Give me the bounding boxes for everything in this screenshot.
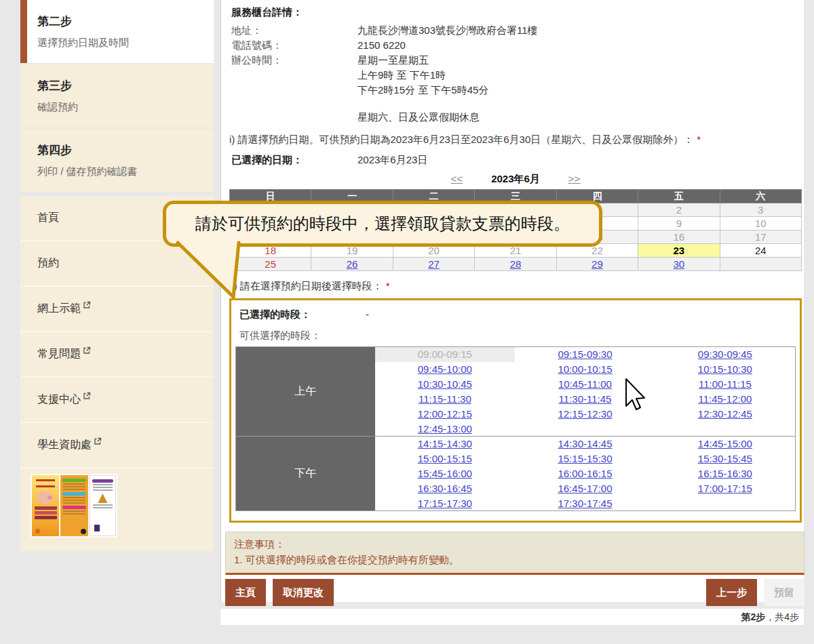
external-link-icon <box>83 346 91 355</box>
sidebar-item-label: 常見問題 <box>37 347 81 361</box>
timeslot-link[interactable]: 09:30-09:45 <box>698 348 752 360</box>
timeslot-cell: 10:15-10:30 <box>655 362 796 377</box>
timeslot-link[interactable]: 12:30-12:45 <box>698 408 752 420</box>
timeslot-cell: 09:45-10:00 <box>375 362 516 377</box>
timeslot-link[interactable]: 12:00-12:15 <box>418 408 472 420</box>
timeslot-cell: 15:45-16:00 <box>375 466 516 481</box>
calendar-day-link[interactable]: 30 <box>673 258 684 270</box>
timeslot-cell: 17:30-17:45 <box>515 496 655 511</box>
back-button[interactable]: 上一步 <box>706 579 757 606</box>
calendar-day: 29 <box>556 258 638 271</box>
selected-date-row: 已選擇的日期： 2023年6月23日 <box>231 154 804 167</box>
sidebar-item-label: 學生資助處 <box>37 438 92 452</box>
figure-graphic <box>94 525 100 531</box>
logo-graphic <box>35 529 40 534</box>
timeslot-link[interactable]: 12:15-12:30 <box>558 408 612 420</box>
timeslot-link[interactable]: 14:30-14:45 <box>558 438 612 449</box>
timeslot-link[interactable]: 17:00-17:15 <box>698 483 752 494</box>
timeslot-cell: 12:30-12:45 <box>655 407 796 422</box>
timeslot-link[interactable]: 10:15-10:30 <box>698 363 752 375</box>
sidebar-item-label: 首頁 <box>37 211 59 225</box>
detail-row: 電話號碼：2150 6220 <box>231 38 804 53</box>
timeslot-link[interactable]: 09:15-09:30 <box>558 348 612 360</box>
timeslot-link[interactable]: 15:30-15:45 <box>698 453 752 464</box>
timeslot-link[interactable]: 15:15-15:30 <box>558 453 612 464</box>
timeslot-link[interactable]: 14:15-14:30 <box>418 438 472 449</box>
timeslot-link[interactable]: 11:00-11:15 <box>699 378 752 390</box>
timeslot-link[interactable]: 15:00-15:15 <box>418 453 472 464</box>
timeslot-link[interactable]: 10:45-11:00 <box>558 378 612 390</box>
banner-block <box>20 468 214 551</box>
sidebar-item[interactable]: 支援中心 <box>20 378 214 423</box>
timeslot-table: 上午09:00-09:1509:15-09:3009:30-09:4509:45… <box>235 346 796 511</box>
step-subtitle: 列印 / 儲存預約確認書 <box>37 165 204 178</box>
leaflet-panel-piggy <box>32 475 59 536</box>
cancel-changes-button[interactable]: 取消更改 <box>273 579 334 606</box>
calendar-day: 28 <box>475 258 556 271</box>
calendar-day-link[interactable]: 28 <box>510 258 522 270</box>
sidebar-item[interactable]: 學生資助處 <box>20 423 214 468</box>
timeslot-link[interactable]: 11:30-11:45 <box>559 393 612 405</box>
external-link-icon <box>94 437 102 445</box>
sidebar-item-label: 支援中心 <box>37 393 81 407</box>
calendar-prev-link[interactable]: << <box>451 173 463 184</box>
timeslot-cell: 14:15-14:30 <box>375 437 516 451</box>
step-item-2: 第二步選擇預約日期及時間 <box>20 0 214 63</box>
timeslot-link[interactable]: 16:30-16:45 <box>418 483 472 494</box>
step-subtitle: 確認預約 <box>37 101 204 114</box>
timeslot-link[interactable]: 10:00-10:15 <box>558 363 612 375</box>
calendar-next-link[interactable]: >> <box>568 173 581 184</box>
timeslot-section: 已選擇的時段： - 可供選擇的時段： 上午09:00-09:1509:15-09… <box>229 298 802 523</box>
leaflet-banner[interactable] <box>31 474 117 538</box>
button-bar-spacer <box>341 579 699 606</box>
sidebar-item[interactable]: 常見問題 <box>20 332 214 378</box>
step-title: 第二步 <box>37 14 204 29</box>
timeslot-link[interactable]: 16:15-16:30 <box>698 468 752 479</box>
timeslot-cell: 09:30-09:45 <box>655 347 796 362</box>
step-subtitle: 選擇預約日期及時間 <box>37 37 204 49</box>
scale-graphic <box>98 494 107 503</box>
tooltip-tail <box>168 239 250 301</box>
calendar-day-link[interactable]: 29 <box>592 258 603 270</box>
timeslot-link[interactable]: 12:45-13:00 <box>418 423 472 435</box>
timeslot-cell: 09:15-09:30 <box>515 347 655 362</box>
timeslot-link[interactable]: 11:45-12:00 <box>698 393 752 405</box>
detail-value: 2150 6220 <box>357 38 406 53</box>
calendar-day: 17 <box>720 230 801 244</box>
timeslot-empty <box>655 422 796 437</box>
leaflet-panel-middle <box>60 475 88 536</box>
timeslot-cell: 10:30-10:45 <box>375 377 516 392</box>
calendar-day-link[interactable]: 27 <box>428 258 440 270</box>
calendar-day-link[interactable]: 26 <box>347 258 358 270</box>
calendar-day <box>720 258 801 271</box>
calendar-day: 3 <box>720 203 801 217</box>
timeslot-link[interactable]: 17:30-17:45 <box>558 498 612 509</box>
timeslot-cell: 12:45-13:00 <box>375 422 516 437</box>
timeslot-link[interactable]: 11:15-11:30 <box>419 393 471 405</box>
timeslot-cell: 11:45-12:00 <box>655 392 796 407</box>
timeslot-link[interactable]: 15:45-16:00 <box>418 468 472 479</box>
timeslot-cell: 14:45-15:00 <box>655 437 796 451</box>
timeslot-cell: 14:30-14:45 <box>515 437 655 451</box>
calendar-month-label: 2023年6月 <box>491 173 540 184</box>
selected-time-row: 已選擇的時段： - <box>239 308 796 321</box>
calendar-day: 16 <box>638 230 720 244</box>
timeslot-link[interactable]: 16:00-16:15 <box>558 468 612 479</box>
notes-item: 1. 可供選擇的時段或會在你提交預約時有所變動。 <box>234 552 796 567</box>
timeslot-link[interactable]: 09:45-10:00 <box>418 363 472 375</box>
timeslot-link[interactable]: 10:30-10:45 <box>418 378 472 390</box>
sidebar-item-label: 網上示範 <box>37 302 81 316</box>
timeslot-link[interactable]: 17:15-17:30 <box>418 498 472 509</box>
detail-label: 地址： <box>231 23 357 38</box>
calendar-day: 30 <box>638 258 720 271</box>
timeslot-link[interactable]: 16:45-17:00 <box>558 483 612 494</box>
counter-details-heading: 服務櫃台詳情： <box>231 6 804 19</box>
calendar-day-selected: 23 <box>638 244 720 258</box>
timeslot-link[interactable]: 14:45-15:00 <box>698 438 752 449</box>
step-item-4: 第四步列印 / 儲存預約確認書 <box>20 129 214 192</box>
home-button[interactable]: 主頁 <box>225 579 266 606</box>
calendar-nav: <<2023年6月>> <box>229 173 802 186</box>
timeslot-cell: 12:00-12:15 <box>375 407 516 422</box>
notes-heading: 注意事項： <box>234 536 796 552</box>
calendar-day: 9 <box>638 217 720 230</box>
